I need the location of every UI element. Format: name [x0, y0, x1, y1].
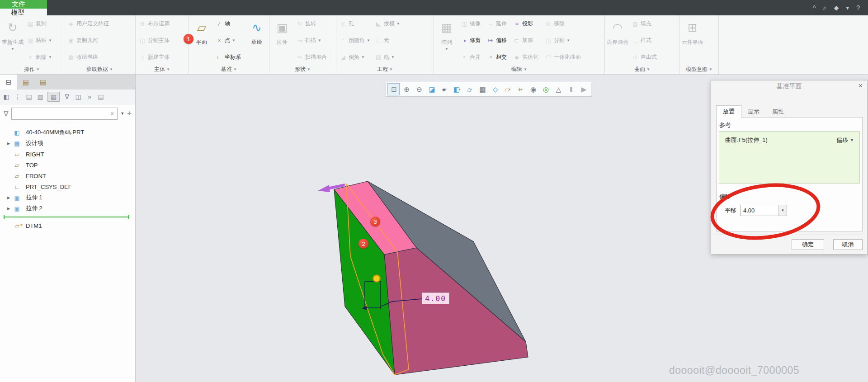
tree-detail-icon[interactable]: ▥ — [36, 93, 44, 100]
ribbon-button[interactable]: × 删除 ▼ — [25, 51, 54, 63]
learning-connect-icon[interactable]: ◆ — [834, 4, 839, 11]
ribbon-button[interactable]: ▣ 复制几何 — [66, 34, 113, 47]
ribbon-big-button[interactable]: ∿ 草绘 — [245, 17, 268, 64]
ribbon-group-label[interactable]: 主体▼ — [136, 64, 189, 74]
graphics-area[interactable]: ⊡ ⊕ ⊖ ◪ ● — [136, 75, 868, 382]
ribbon-button[interactable]: □ 壳 — [373, 34, 402, 47]
tree-item[interactable]: 40-40-40MM角码.PRT — [0, 127, 135, 138]
dialog-tab[interactable]: 显示 — [741, 105, 766, 118]
ribbon-button[interactable]: ◈ 用户定义特征 — [66, 18, 113, 30]
expand-arrow-icon[interactable]: ▶ — [7, 207, 13, 211]
combobox-dropdown-button[interactable]: ▼ — [778, 205, 787, 216]
ribbon-button[interactable]: ⊕ 布尔运算 — [137, 18, 173, 30]
ribbon-button[interactable]: × 点 ▼ — [214, 34, 245, 47]
close-icon[interactable]: × — [859, 82, 863, 90]
ribbon-group-label[interactable]: 形状▼ — [269, 64, 336, 74]
ribbon-button[interactable]: ◢ 倒角 ▼ — [338, 51, 372, 63]
ribbon-button[interactable]: ◡ 样式 — [630, 34, 660, 47]
ribbon-button[interactable]: ◎ 孔 — [338, 18, 372, 30]
expand-arrow-icon[interactable]: ▶ — [7, 196, 13, 200]
ribbon-button[interactable]: ◠ 一体化曲面 — [543, 51, 585, 63]
tree-item[interactable]: ▶ 拉伸 2 — [0, 203, 135, 214]
ribbon-button[interactable]: ∟ 坐标系 — [214, 51, 245, 63]
ribbon-button[interactable]: ▩ 收缩包络 — [66, 51, 113, 63]
dialog-tab[interactable]: 放置 — [716, 105, 741, 118]
references-list[interactable]: 曲面:F5(拉伸_1) 偏移 ▼ — [719, 131, 860, 184]
tree-item[interactable]: FRONT — [0, 170, 135, 181]
tree-item[interactable]: PRT_CSYS_DEF — [0, 181, 135, 192]
ribbon-group-label[interactable]: 曲面▼ — [605, 64, 679, 74]
datum-display-icon[interactable]: ▱ ▾ — [501, 83, 514, 95]
ribbon-button[interactable]: ◑ 修剪 — [459, 34, 484, 47]
saved-orientations-icon[interactable]: ⌂ ▾ — [463, 83, 476, 95]
ribbon-button[interactable]: ▤ 复制 — [25, 18, 54, 30]
ok-button[interactable]: 确定 — [792, 239, 824, 250]
view-manager-icon[interactable]: ▦ — [476, 83, 488, 95]
ribbon-button[interactable]: ◣ 拔模 ▼ — [373, 18, 402, 30]
tree-item[interactable]: ▶ 设计项 — [0, 138, 135, 149]
zoom-in-icon[interactable]: ⊕ — [400, 83, 412, 95]
ribbon-button[interactable]: ◓ 合并 — [459, 51, 484, 63]
show-settings-cube-icon[interactable]: ◧ — [2, 93, 10, 100]
ribbon-big-button[interactable]: ▱ 平面 — [190, 17, 213, 64]
tree-item[interactable]: TOP — [0, 160, 135, 170]
dropdown-caret-icon[interactable]: ▾ — [846, 4, 849, 11]
ribbon-group-label[interactable]: 基准▼ — [189, 64, 269, 74]
navigator-tab[interactable]: ▤ — [34, 75, 52, 90]
dialog-tab[interactable]: 属性 — [766, 105, 790, 118]
ribbon-button[interactable]: ◫ 分割 ▼ — [543, 34, 585, 47]
ribbon-button[interactable]: ↻ 旋转 — [294, 18, 330, 30]
tree-search-input[interactable] — [12, 108, 107, 119]
zoom-fit-icon[interactable]: ⊡ — [387, 83, 400, 95]
spin-center-icon[interactable]: ◎ — [539, 83, 552, 95]
ribbon-big-button[interactable]: ⊞ 元件界面 — [681, 17, 704, 64]
constraint-type-dropdown[interactable]: 偏移 ▼ — [836, 136, 854, 144]
ribbon-group-label[interactable]: 操作▼ — [0, 64, 64, 74]
ribbon-button[interactable]: ▨ 筋 ▼ — [373, 51, 402, 63]
navigator-tab[interactable]: ⊟ — [0, 75, 17, 90]
tree-filter-icon[interactable]: ∇ — [63, 93, 71, 100]
ribbon-button[interactable]: ↝ 扫描 ▼ — [294, 34, 330, 47]
collapse-ribbon-icon[interactable]: ^ — [813, 4, 816, 11]
ribbon-big-button[interactable]: ▣ 拉伸 — [271, 17, 293, 64]
play-icon[interactable]: ▶ — [577, 83, 590, 95]
datum-filters-icon[interactable]: + ▾ — [514, 83, 526, 95]
section-icon[interactable]: ◇ — [489, 83, 501, 95]
help-icon[interactable]: ? — [856, 4, 860, 11]
cancel-button[interactable]: 取消 — [833, 239, 863, 250]
ribbon-group-label[interactable]: 获取数据▼ — [64, 64, 135, 74]
pause-icon[interactable]: ‖ — [565, 83, 577, 95]
tree-item[interactable]: RIGHT — [0, 149, 135, 160]
tree-item[interactable]: ▶ 拉伸 1 — [0, 192, 135, 203]
repaint-icon[interactable]: ◪ — [425, 83, 438, 95]
zoom-out-icon[interactable]: ⊖ — [413, 83, 425, 95]
ribbon-group-label[interactable]: 工程▼ — [336, 64, 434, 74]
tree-item[interactable]: * DTM1 — [0, 220, 135, 231]
navigator-tab[interactable]: ▤ — [17, 75, 34, 90]
ribbon-button[interactable]: ↬ 扫描混合 — [294, 51, 330, 63]
ribbon-big-button[interactable]: ↻ 重新生成 ▼ — [1, 17, 24, 64]
ribbon-button[interactable]: ▥ 粘贴 ▼ — [25, 34, 54, 47]
ribbon-button[interactable]: ∕ 轴 — [214, 18, 245, 30]
ribbon-group-label[interactable]: 模型意图▼ — [680, 64, 718, 74]
ribbon-button[interactable]: ▨ 填充 — [630, 18, 660, 30]
annotation-display-icon[interactable]: ◉ — [527, 83, 539, 95]
grip-icon[interactable]: ⋮ — [14, 93, 22, 100]
reference-row[interactable]: 曲面:F5(拉伸_1) 偏移 ▼ — [719, 132, 859, 144]
ribbon-button[interactable]: ◜ 倒圆角 ▼ — [338, 34, 372, 47]
ribbon-big-button[interactable]: ◠ 边界混合 — [606, 17, 629, 64]
ribbon-button[interactable]: ⊘ 移除 — [543, 18, 585, 30]
tree-list-icon[interactable]: ▤ — [25, 93, 33, 100]
ribbon-big-button[interactable]: ▦ 阵列 ▼ — [435, 17, 458, 64]
menu-tab[interactable]: 文件 — [0, 0, 47, 9]
tree-display-icon[interactable]: ▦ — [47, 92, 60, 102]
ribbon-group-label[interactable]: 编辑▼ — [434, 64, 604, 74]
tree-columns-icon[interactable]: ◫ — [74, 93, 82, 100]
offset-dimension-label[interactable]: 4.00 — [422, 292, 449, 304]
tree-item[interactable] — [0, 214, 135, 220]
display-style-icon[interactable]: ◧ ▾ — [451, 83, 463, 95]
ribbon-button[interactable]: ◫ 镜像 — [459, 18, 484, 30]
command-search-icon[interactable]: ⌕ — [823, 4, 827, 12]
translation-value[interactable]: 4.00 — [741, 205, 778, 216]
ribbon-button[interactable]: ⊏ 加厚 — [511, 34, 542, 47]
